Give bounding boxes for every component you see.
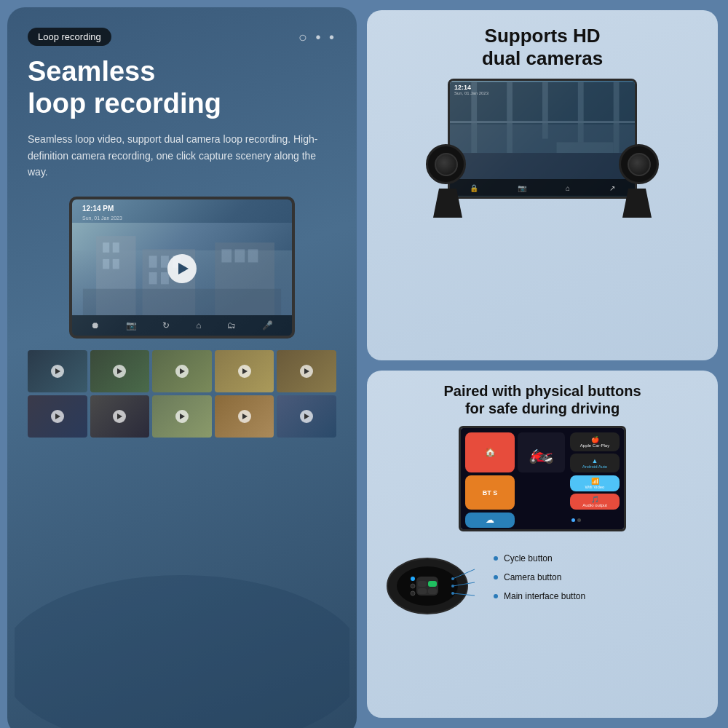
thumb-10[interactable] [277, 395, 336, 438]
description: Seamless loop video, support dual camera… [28, 131, 336, 180]
home-icon: ⌂ [196, 320, 201, 331]
svg-point-39 [411, 591, 415, 596]
empty-cell-1 [518, 513, 567, 528]
cycle-label: Cycle button [494, 553, 705, 563]
left-mount [433, 189, 462, 221]
thumb-1[interactable] [28, 350, 87, 392]
dot-indicators [570, 513, 620, 528]
ring-svg [380, 539, 482, 626]
svg-point-43 [451, 577, 454, 580]
title-line1: Seamless [28, 56, 155, 87]
thumb-3[interactable] [152, 350, 212, 392]
play-button[interactable] [167, 254, 197, 283]
main-title: Seamless loop recording [28, 56, 336, 119]
hd-cameras-section: Supports HD dual cameras [367, 10, 718, 360]
thumb-7[interactable] [90, 395, 150, 438]
svg-point-38 [411, 584, 415, 588]
nav-screen: 🏠 🏍️ 🍎 Apple Car-Play ▲ Android Auto [461, 428, 624, 529]
svg-rect-16 [248, 249, 258, 262]
svg-rect-5 [103, 258, 109, 269]
svg-rect-11 [149, 272, 157, 284]
svg-rect-33 [418, 581, 427, 587]
buttons-title: Paired with physical buttons for safe du… [380, 382, 705, 417]
svg-rect-14 [221, 249, 232, 262]
svg-rect-15 [235, 249, 245, 262]
camera-dot [494, 575, 498, 579]
thumb-8[interactable] [152, 395, 212, 438]
svg-rect-36 [428, 588, 437, 594]
loop-badge: Loop recording [28, 28, 111, 46]
svg-point-37 [411, 577, 415, 581]
screen-toolbar: ⏺ 📷 ↻ ⌂ 🗂 🎤 [72, 315, 292, 336]
cam-screen-date: Sun, 01 Jan 2023 [454, 91, 488, 95]
svg-rect-12 [161, 272, 169, 284]
motorcycle-center: 🏍️ [518, 432, 565, 472]
app-icon-cloud[interactable]: ☁ [465, 513, 515, 528]
folder-icon: 🗂 [227, 320, 236, 331]
buttons-title-line1: Paired with physical buttons [443, 383, 641, 399]
app-icon-home[interactable]: 🏠 [465, 432, 515, 472]
main-interface-label: Main interface button [494, 591, 705, 601]
svg-rect-3 [103, 242, 109, 253]
refresh-icon: ↻ [162, 320, 170, 331]
play-triangle-icon [178, 263, 189, 274]
ring-labels: Cycle button Camera button Main interfac… [494, 539, 705, 601]
main-dot [494, 594, 498, 598]
right-camera-lens [619, 144, 659, 184]
screen-date: Sun, 01 Jan 2023 [76, 215, 288, 221]
mic-icon: 🎤 [262, 320, 273, 331]
svg-rect-17 [83, 288, 281, 314]
camera-screen: 12:14 Sun, 01 Jan 2023 🔒 📷 ⌂ ↗ [450, 81, 635, 197]
cam-home-icon: ⌂ [566, 184, 570, 192]
right-apps-col: 🍎 Apple Car-Play ▲ Android Auto [570, 432, 620, 472]
ring-controller [380, 539, 482, 629]
thumb-5[interactable] [277, 350, 336, 392]
dots-menu[interactable]: ○ • • [298, 29, 336, 46]
hd-title-line2: dual cameras [482, 47, 603, 69]
device-screen: 12:14 PM Sun, 01 Jan 2023 [69, 197, 295, 339]
svg-rect-8 [149, 256, 157, 267]
thumb-6[interactable] [28, 395, 87, 438]
camera-device-body: 12:14 Sun, 01 Jan 2023 🔒 📷 ⌂ ↗ [448, 79, 637, 199]
camera-icon: 📷 [126, 320, 137, 331]
nav-device-body: 🏠 🏍️ 🍎 Apple Car-Play ▲ Android Auto [459, 426, 626, 531]
right-apps-col-2: 📶 Wifi Video 🎵 Audio output [570, 475, 620, 510]
dual-camera-device: 12:14 Sun, 01 Jan 2023 🔒 📷 ⌂ ↗ [380, 79, 705, 199]
svg-rect-6 [113, 258, 119, 269]
right-mount [622, 189, 652, 221]
svg-rect-34 [428, 581, 437, 587]
app-icon-bt[interactable]: BT S [465, 475, 515, 510]
nav-device-container: 🏠 🏍️ 🍎 Apple Car-Play ▲ Android Auto [380, 426, 705, 531]
ring-controller-area: Cycle button Camera button Main interfac… [380, 539, 705, 629]
cam-toolbar: 🔒 📷 ⌂ ↗ [450, 179, 635, 197]
screen-video-area [72, 223, 292, 315]
thumb-4[interactable] [215, 350, 274, 392]
app-wifi-video[interactable]: 📶 Wifi Video [570, 475, 620, 491]
svg-rect-25 [450, 121, 635, 123]
thumb-9[interactable] [215, 395, 274, 438]
screen-time: 12:14 PM [76, 202, 288, 215]
app-carplay[interactable]: 🍎 Apple Car-Play [570, 432, 620, 451]
buttons-title-line2: for safe during driving [465, 400, 620, 416]
svg-rect-4 [113, 242, 119, 253]
title-line2: loop recording [28, 88, 221, 119]
record-icon: ⏺ [91, 320, 100, 331]
camera-label-text: Camera button [504, 572, 561, 582]
screen-inner: 12:14 PM Sun, 01 Jan 2023 [72, 199, 292, 336]
buttons-section: Paired with physical buttons for safe du… [367, 371, 718, 718]
cycle-label-text: Cycle button [504, 553, 553, 563]
left-camera-lens [426, 144, 466, 184]
cam-lock-icon: 🔒 [470, 184, 478, 192]
thumb-2[interactable] [90, 350, 150, 392]
cam-screen-time: 12:14 [454, 84, 488, 91]
right-panel: Supports HD dual cameras [364, 0, 728, 728]
thumbnail-row-1 [28, 350, 336, 392]
app-audio-output[interactable]: 🎵 Audio output [570, 494, 620, 510]
device-mockup: 12:14 PM Sun, 01 Jan 2023 [28, 197, 336, 339]
hd-title: Supports HD dual cameras [380, 25, 705, 70]
cam-photo-icon: 📷 [518, 184, 526, 192]
app-android-auto[interactable]: ▲ Android Auto [570, 454, 620, 472]
svg-point-44 [451, 585, 454, 587]
hd-title-line1: Supports HD [485, 25, 601, 47]
cam-share-icon: ↗ [609, 184, 615, 192]
